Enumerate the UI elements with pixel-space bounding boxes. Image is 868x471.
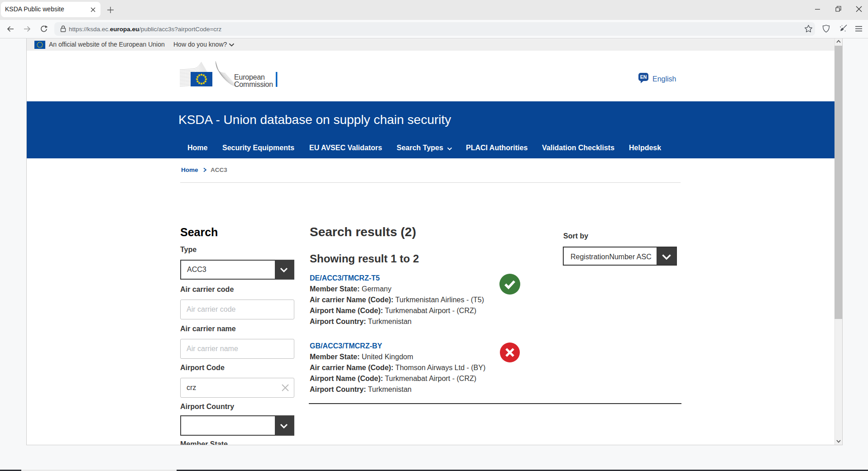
svg-text:European: European xyxy=(234,73,265,81)
svg-text:EN: EN xyxy=(640,74,647,80)
svg-text:Commission: Commission xyxy=(234,81,273,88)
